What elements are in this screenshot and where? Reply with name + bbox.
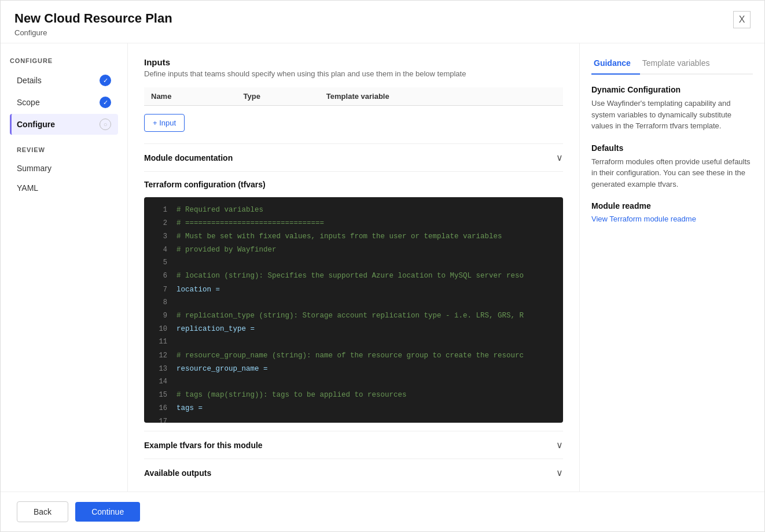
dynamic-config-title: Dynamic Configuration bbox=[591, 85, 753, 94]
tfvars-section: Terraform configuration (tfvars) 1# Requ… bbox=[144, 171, 563, 431]
scope-check-icon: ✓ bbox=[100, 97, 111, 108]
dialog-header: New Cloud Resource Plan Configure X bbox=[1, 1, 764, 43]
code-content[interactable]: 1# Required variables2# ================… bbox=[144, 197, 563, 423]
defaults-title: Defaults bbox=[591, 143, 753, 153]
available-outputs-title: Available outputs bbox=[144, 468, 211, 478]
line-code: # replication_type (string): Storage acc… bbox=[176, 310, 524, 322]
dialog-subtitle: Configure bbox=[14, 28, 172, 37]
module-readme-section: Module readme View Terraform module read… bbox=[591, 201, 753, 223]
code-line: 12# resource_group_name (string): name o… bbox=[144, 349, 563, 362]
table-header-template-var: Template variable bbox=[319, 87, 526, 106]
tab-guidance[interactable]: Guidance bbox=[591, 55, 640, 75]
available-outputs-header[interactable]: Available outputs ∨ bbox=[144, 467, 563, 478]
line-number: 2 bbox=[151, 218, 167, 229]
dialog-title: New Cloud Resource Plan bbox=[14, 11, 172, 26]
example-tfvars-section: Example tfvars for this module ∨ bbox=[144, 431, 563, 459]
sidebar-summary-label: Summary bbox=[17, 164, 52, 173]
line-number: 3 bbox=[151, 231, 167, 242]
example-tfvars-title: Example tfvars for this module bbox=[144, 441, 263, 450]
main-content: Inputs Define inputs that teams should s… bbox=[128, 43, 579, 492]
available-outputs-section: Available outputs ∨ bbox=[144, 459, 563, 486]
available-outputs-chevron: ∨ bbox=[556, 467, 563, 478]
line-code: # Required variables bbox=[176, 204, 263, 216]
module-readme-title: Module readme bbox=[591, 201, 753, 210]
line-number: 11 bbox=[151, 337, 167, 348]
code-line: 14 bbox=[144, 375, 563, 388]
module-doc-header[interactable]: Module documentation ∨ bbox=[144, 152, 563, 163]
inputs-table: Name Type Template variable bbox=[144, 87, 563, 106]
line-number: 17 bbox=[151, 416, 167, 423]
line-number: 12 bbox=[151, 350, 167, 361]
line-number: 8 bbox=[151, 297, 167, 308]
sidebar-item-configure[interactable]: Configure ○ bbox=[10, 114, 118, 135]
module-doc-chevron: ∨ bbox=[556, 152, 563, 163]
line-number: 10 bbox=[151, 324, 167, 335]
table-header-actions bbox=[526, 87, 563, 106]
module-readme-link[interactable]: View Terraform module readme bbox=[591, 215, 696, 223]
details-check-icon: ✓ bbox=[100, 75, 111, 86]
line-code: # resource_group_name (string): name of … bbox=[176, 350, 524, 361]
code-line: 9# replication_type (string): Storage ac… bbox=[144, 309, 563, 323]
configure-circle-icon: ○ bbox=[100, 119, 111, 130]
code-line: 1# Required variables bbox=[144, 203, 563, 216]
line-number: 4 bbox=[151, 245, 167, 256]
inputs-desc: Define inputs that teams should specify … bbox=[144, 69, 563, 78]
dynamic-config-section: Dynamic Configuration Use Wayfinder's te… bbox=[591, 85, 753, 132]
line-number: 14 bbox=[151, 376, 167, 387]
line-code: # location (string): Specifies the suppo… bbox=[176, 270, 524, 282]
example-tfvars-header[interactable]: Example tfvars for this module ∨ bbox=[144, 439, 563, 450]
dialog: New Cloud Resource Plan Configure X CONF… bbox=[0, 0, 765, 532]
code-line: 3# Must be set with fixed values, inputs… bbox=[144, 230, 563, 243]
tfvars-header: Terraform configuration (tfvars) bbox=[144, 180, 563, 189]
code-line: 13resource_group_name = bbox=[144, 362, 563, 375]
code-line: 7location = bbox=[144, 283, 563, 296]
right-panel-tabs: Guidance Template variables bbox=[591, 55, 753, 75]
line-number: 5 bbox=[151, 257, 167, 268]
line-code: # tags (map(string)): tags to be applied… bbox=[176, 389, 407, 401]
sidebar-item-scope[interactable]: Scope ✓ bbox=[10, 92, 118, 113]
sidebar-item-summary[interactable]: Summary bbox=[10, 159, 118, 178]
continue-button[interactable]: Continue bbox=[75, 502, 140, 522]
sidebar-item-yaml[interactable]: YAML bbox=[10, 179, 118, 197]
right-panel: Guidance Template variables Dynamic Conf… bbox=[579, 43, 764, 492]
back-button[interactable]: Back bbox=[17, 501, 68, 522]
table-header-name: Name bbox=[144, 87, 237, 106]
code-line: 10replication_type = bbox=[144, 323, 563, 336]
inputs-title: Inputs bbox=[144, 57, 563, 67]
line-code: tags = bbox=[176, 402, 203, 414]
defaults-section: Defaults Terraform modules often provide… bbox=[591, 143, 753, 190]
line-code: # Must be set with fixed values, inputs … bbox=[176, 231, 502, 242]
line-number: 15 bbox=[151, 390, 167, 401]
sidebar-scope-label: Scope bbox=[17, 98, 40, 107]
line-number: 1 bbox=[151, 205, 167, 216]
line-code: replication_type = bbox=[176, 323, 255, 335]
tab-template-variables[interactable]: Template variables bbox=[640, 55, 719, 75]
code-line: 17 bbox=[144, 415, 563, 423]
module-doc-section: Module documentation ∨ bbox=[144, 143, 563, 171]
line-number: 13 bbox=[151, 364, 167, 375]
line-code: location = bbox=[176, 284, 220, 295]
dynamic-config-text: Use Wayfinder's templating capability an… bbox=[591, 98, 753, 132]
line-code: # provided by Wayfinder bbox=[176, 244, 277, 256]
close-button[interactable]: X bbox=[733, 11, 751, 28]
example-tfvars-chevron: ∨ bbox=[556, 439, 563, 450]
sidebar-yaml-label: YAML bbox=[17, 183, 38, 193]
sidebar-configure-label: Configure bbox=[17, 120, 55, 129]
line-number: 9 bbox=[151, 311, 167, 322]
line-number: 6 bbox=[151, 271, 167, 282]
table-header-type: Type bbox=[237, 87, 319, 106]
review-section-label: REVIEW bbox=[10, 146, 118, 153]
dialog-footer: Back Continue bbox=[1, 492, 764, 531]
line-code: resource_group_name = bbox=[176, 363, 268, 375]
code-block: 1# Required variables2# ================… bbox=[144, 197, 563, 423]
sidebar-item-details[interactable]: Details ✓ bbox=[10, 70, 118, 91]
add-input-button[interactable]: + Input bbox=[144, 114, 185, 132]
code-line: 15# tags (map(string)): tags to be appli… bbox=[144, 389, 563, 402]
code-line: 11 bbox=[144, 336, 563, 349]
tfvars-title: Terraform configuration (tfvars) bbox=[144, 180, 266, 189]
sidebar: CONFIGURE Details ✓ Scope ✓ Configure ○ … bbox=[1, 43, 128, 492]
line-code: # ================================ bbox=[176, 217, 324, 229]
dialog-body: CONFIGURE Details ✓ Scope ✓ Configure ○ … bbox=[1, 43, 764, 492]
sidebar-details-label: Details bbox=[17, 76, 42, 85]
code-line: 4# provided by Wayfinder bbox=[144, 243, 563, 257]
